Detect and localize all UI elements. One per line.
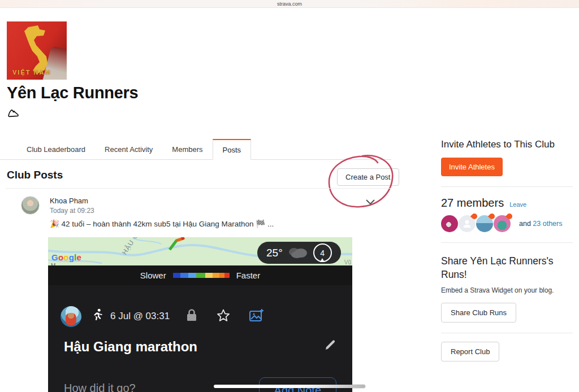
pace-legend: Slower Faster: [48, 265, 352, 285]
page-title: Club Posts: [7, 169, 63, 181]
divider: [6, 188, 391, 189]
activity-title: Hậu Giang marathon: [64, 339, 197, 355]
route-map: HẬU GIA Vũ Google M 25° 4: [48, 237, 352, 265]
running-shoe-icon: [6, 107, 20, 122]
browser-url-bar: strava.com: [0, 0, 579, 8]
legend-slower-label: Slower: [140, 271, 166, 280]
horizontal-scrollbar[interactable]: [214, 385, 365, 388]
divider: [441, 242, 573, 243]
post-author-name[interactable]: Khoa Pham: [50, 197, 88, 205]
and-text: and: [519, 220, 531, 228]
runner-icon: [90, 308, 105, 325]
map-edge-label: Vũ: [344, 259, 351, 265]
invite-heading: Invite Athletes to This Club: [441, 139, 573, 150]
tab-recent-activity[interactable]: Recent Activity: [95, 139, 162, 159]
member-avatar[interactable]: [459, 215, 476, 232]
default-person-icon: [462, 219, 472, 229]
club-tabs: Club Leaderboard Recent Activity Members…: [0, 139, 391, 160]
create-post-button[interactable]: Create a Post: [337, 168, 399, 186]
invite-athletes-button[interactable]: Invite Athletes: [441, 158, 503, 176]
edit-pencil-icon[interactable]: [324, 339, 336, 354]
post-text: 🎉 42 tuổi – hoàn thành 42km sub5 tại Hậu…: [50, 219, 274, 228]
member-avatar[interactable]: [494, 215, 511, 232]
share-club-runs-button[interactable]: Share Club Runs: [441, 303, 516, 323]
report-club-button[interactable]: Report Club: [441, 342, 499, 361]
activity-header-row: 6 Jul @ 03:31: [48, 304, 352, 329]
star-icon[interactable]: [216, 308, 231, 325]
premium-badge-icon: [505, 212, 513, 220]
cloud-icon: [287, 245, 309, 261]
legend-faster-label: Faster: [236, 271, 261, 280]
share-heading: Share Yên Lạc Runners's Runs!: [441, 254, 560, 281]
post-timestamp: Today at 09:23: [50, 207, 94, 215]
leave-club-link[interactable]: Leave: [509, 201, 526, 208]
athlete-avatar: [61, 306, 81, 327]
tab-members[interactable]: Members: [162, 139, 212, 159]
logo-caption: VIỆT NAM: [12, 69, 51, 76]
wind-value: 4: [320, 249, 325, 258]
tab-club-leaderboard[interactable]: Club Leaderboard: [17, 139, 95, 159]
activity-title-row: Hậu Giang marathon: [64, 339, 336, 355]
member-avatars: and 23 others: [441, 215, 573, 232]
weather-widget: 25° 4: [257, 242, 341, 264]
club-logo: VIỆT NAM: [7, 21, 67, 80]
member-avatar[interactable]: [476, 215, 493, 232]
more-members: and 23 others: [519, 220, 562, 228]
wind-direction-indicator: 4: [313, 243, 332, 262]
club-name: Yên Lạc Runners: [7, 84, 138, 102]
note-prompt: How did it go?: [64, 377, 136, 392]
post-author-avatar[interactable]: [21, 196, 40, 215]
tab-posts[interactable]: Posts: [213, 139, 252, 160]
post-options-chevron-down-icon[interactable]: [365, 198, 378, 208]
url-domain: strava.com: [277, 1, 302, 7]
divider: [441, 333, 573, 333]
divider: [441, 186, 573, 187]
wind-pointer: [320, 258, 325, 262]
lock-icon: [185, 308, 198, 324]
share-description: Embed a Strava Widget on your blog.: [441, 286, 573, 294]
temperature-value: 25°: [266, 247, 283, 259]
post-image[interactable]: HẬU GIA Vũ Google M 25° 4 Slower Faster: [48, 237, 352, 392]
members-count[interactable]: 27 members: [441, 197, 504, 210]
sidebar: Invite Athletes to This Club Invite Athl…: [441, 139, 573, 361]
activity-date: 6 Jul @ 03:31: [110, 311, 170, 322]
others-link[interactable]: 23 others: [533, 220, 562, 228]
add-photo-icon[interactable]: [249, 308, 264, 325]
google-logo: Google: [51, 252, 81, 262]
pace-gradient-scale: [173, 273, 230, 278]
member-avatar[interactable]: [441, 215, 458, 232]
